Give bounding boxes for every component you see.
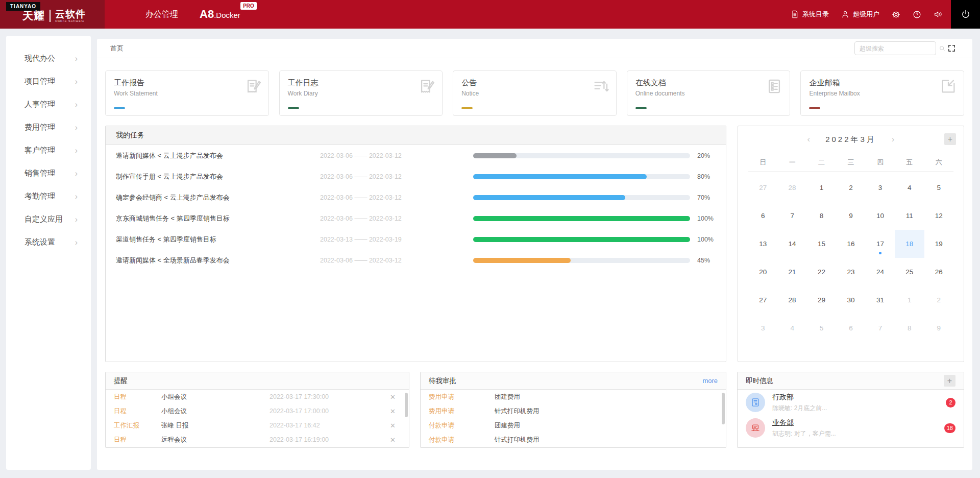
calendar-day[interactable]: 14 xyxy=(777,230,806,258)
calendar-day[interactable]: 31 xyxy=(866,286,895,314)
calendar-day[interactable]: 5 xyxy=(807,314,836,342)
calendar-day[interactable]: 25 xyxy=(895,258,924,286)
calendar-day[interactable]: 20 xyxy=(748,258,777,286)
calendar-day[interactable]: 24 xyxy=(866,258,895,286)
task-row[interactable]: 确定参会经销商 < 云上漫步产品发布会2022-03-06 —— 2022-03… xyxy=(106,187,726,208)
calendar-day[interactable]: 22 xyxy=(807,258,836,286)
calendar-day[interactable]: 28 xyxy=(777,174,806,202)
calendar-day[interactable]: 28 xyxy=(777,286,806,314)
approvals-scrollbar[interactable] xyxy=(722,393,725,424)
calendar-day[interactable]: 1 xyxy=(807,174,836,202)
calendar-day[interactable]: 8 xyxy=(807,202,836,230)
calendar-day[interactable]: 4 xyxy=(777,314,806,342)
task-row[interactable]: 渠道销售任务 < 第四季度销售目标2022-03-13 —— 2022-03-1… xyxy=(106,229,726,250)
calendar-day[interactable]: 15 xyxy=(807,230,836,258)
close-icon[interactable]: ✕ xyxy=(390,436,401,444)
approvals-more-link[interactable]: more xyxy=(702,377,718,385)
calendar-day[interactable]: 6 xyxy=(836,314,865,342)
calendar-day[interactable]: 27 xyxy=(748,286,777,314)
shortcut-card[interactable]: 公告Notice xyxy=(453,70,617,116)
sidebar-item[interactable]: 人事管理› xyxy=(6,93,91,116)
approval-row[interactable]: 付款申请团建费用 xyxy=(421,418,726,433)
menu-item-product[interactable]: A8.Docker PRO xyxy=(200,8,258,21)
topbar-action-gear[interactable] xyxy=(892,10,900,19)
topbar-action-sound[interactable] xyxy=(934,10,943,19)
calendar-day[interactable]: 9 xyxy=(836,202,865,230)
edit-note-icon xyxy=(418,78,435,95)
calendar-day[interactable]: 23 xyxy=(836,258,865,286)
shortcut-card[interactable]: 在线文档Online documents xyxy=(627,70,791,116)
topbar-action-help[interactable] xyxy=(913,10,921,19)
calendar-next-icon[interactable]: › xyxy=(892,134,895,145)
calendar-day[interactable]: 10 xyxy=(866,202,895,230)
calendar-day-selected[interactable]: 18 xyxy=(895,230,924,258)
sidebar-item[interactable]: 销售管理› xyxy=(6,162,91,185)
reminders-list: 日程小组会议2022-03-17 17:30:00✕日程小组会议2022-03-… xyxy=(106,390,409,447)
reminder-row[interactable]: 日程远程会议2022-03-17 16:19:00✕ xyxy=(106,433,409,447)
close-icon[interactable]: ✕ xyxy=(390,393,401,401)
chevron-right-icon: › xyxy=(75,77,78,86)
task-date-range: 2022-03-13 —— 2022-03-19 xyxy=(320,236,473,243)
calendar-day[interactable]: 7 xyxy=(866,314,895,342)
sidebar-item[interactable]: 考勤管理› xyxy=(6,185,91,208)
message-row[interactable]: 业务部胡志明: 对了，客户需...18 xyxy=(738,415,964,441)
calendar-prev-icon[interactable]: ‹ xyxy=(807,134,810,145)
close-icon[interactable]: ✕ xyxy=(390,422,401,429)
topbar-action-document[interactable]: 系统目录 xyxy=(791,10,829,19)
reminder-row[interactable]: 日程小组会议2022-03-17 17:30:00✕ xyxy=(106,390,409,404)
reminder-row[interactable]: 日程小组会议2022-03-17 17:00:00✕ xyxy=(106,404,409,418)
calendar-day[interactable]: 4 xyxy=(895,174,924,202)
calendar-day[interactable]: 12 xyxy=(924,202,953,230)
calendar-day[interactable]: 13 xyxy=(748,230,777,258)
sidebar-item[interactable]: 费用管理› xyxy=(6,116,91,139)
fullscreen-icon[interactable] xyxy=(947,44,956,53)
task-row[interactable]: 邀请新闻媒体 < 云上漫步产品发布会2022-03-06 —— 2022-03-… xyxy=(106,145,726,166)
sidebar-item[interactable]: 系统设置› xyxy=(6,231,91,254)
sidebar-item[interactable]: 自定义应用› xyxy=(6,208,91,231)
calendar-day[interactable]: 7 xyxy=(777,202,806,230)
calendar-day[interactable]: 21 xyxy=(777,258,806,286)
approval-row[interactable]: 付款申请针式打印机费用 xyxy=(421,433,726,447)
reminder-row[interactable]: 工作汇报张峰 日报2022-03-17 16:42✕ xyxy=(106,418,409,433)
task-row[interactable]: 邀请新闻媒体 < 全场景新品春季发布会2022-03-06 —— 2022-03… xyxy=(106,250,726,271)
calendar-day[interactable]: 16 xyxy=(836,230,865,258)
shortcut-card[interactable]: 工作日志Work Diary xyxy=(279,70,443,116)
calendar-day[interactable]: 17 xyxy=(866,230,895,258)
calendar-day[interactable]: 11 xyxy=(895,202,924,230)
calendar-weekdays: 日一二三四五六 xyxy=(748,153,953,172)
calendar-add-button[interactable]: + xyxy=(944,133,956,145)
topbar-action-user[interactable]: 超级用户 xyxy=(841,10,879,19)
power-button[interactable] xyxy=(951,0,980,29)
message-row[interactable]: 行政部陈晓敏: 2月底之前...2 xyxy=(738,390,964,415)
calendar-day[interactable]: 6 xyxy=(748,202,777,230)
calendar-day[interactable]: 3 xyxy=(748,314,777,342)
calendar-day[interactable]: 3 xyxy=(866,174,895,202)
calendar-day[interactable]: 1 xyxy=(895,286,924,314)
shortcut-card[interactable]: 工作报告Work Statement xyxy=(105,70,269,116)
close-icon[interactable]: ✕ xyxy=(390,408,401,415)
sidebar-item[interactable]: 现代办公› xyxy=(6,47,91,70)
approval-row[interactable]: 费用申请针式打印机费用 xyxy=(421,404,726,418)
messages-add-button[interactable]: + xyxy=(944,375,955,387)
calendar-day[interactable]: 19 xyxy=(924,230,953,258)
sidebar-item[interactable]: 客户管理› xyxy=(6,139,91,162)
calendar-day[interactable]: 26 xyxy=(924,258,953,286)
calendar-day[interactable]: 2 xyxy=(924,286,953,314)
task-row[interactable]: 京东商城销售任务 < 第四季度销售目标2022-03-06 —— 2022-03… xyxy=(106,208,726,229)
approval-row[interactable]: 费用申请团建费用 xyxy=(421,390,726,404)
task-row[interactable]: 制作宣传手册 < 云上漫步产品发布会2022-03-06 —— 2022-03-… xyxy=(106,166,726,187)
calendar-day[interactable]: 2 xyxy=(836,174,865,202)
search-input[interactable] xyxy=(860,45,939,52)
menu-item-office[interactable]: 办公管理 xyxy=(145,9,178,20)
calendar-day[interactable]: 9 xyxy=(924,314,953,342)
calendar-day[interactable]: 27 xyxy=(748,174,777,202)
calendar-day[interactable]: 8 xyxy=(895,314,924,342)
calendar-day[interactable]: 30 xyxy=(836,286,865,314)
document-icon xyxy=(791,10,799,18)
reminders-scrollbar[interactable] xyxy=(405,393,408,417)
sidebar-item[interactable]: 项目管理› xyxy=(6,70,91,93)
calendar-day[interactable]: 5 xyxy=(924,174,953,202)
breadcrumb-home[interactable]: 首页 xyxy=(110,44,124,53)
calendar-day[interactable]: 29 xyxy=(807,286,836,314)
shortcut-card[interactable]: 企业邮箱Enterprise Mailbox xyxy=(800,70,964,116)
